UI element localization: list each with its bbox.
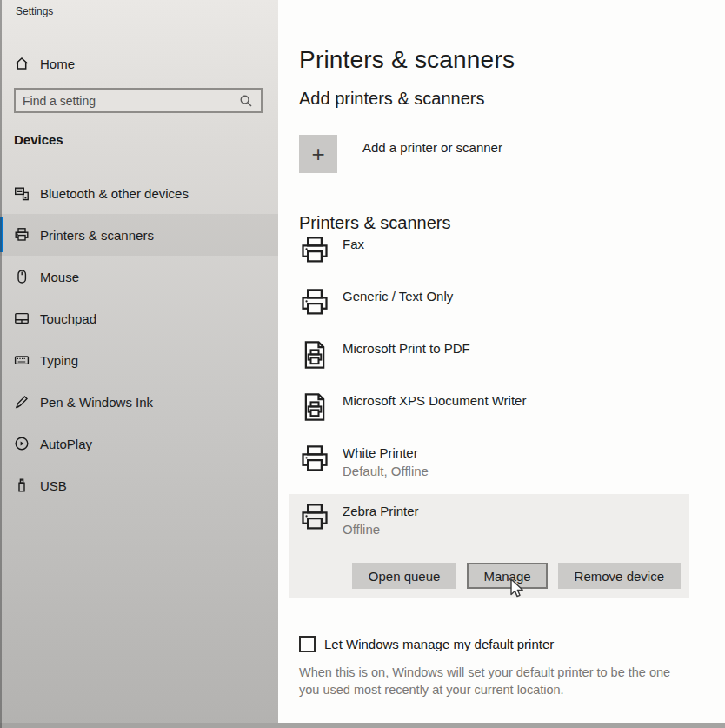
printer-row-microsoft-xps-document-writer[interactable]: Microsoft XPS Document Writer xyxy=(299,391,526,423)
sidebar-item-touchpad[interactable]: Touchpad xyxy=(0,297,278,339)
printer-status: Default, Offline xyxy=(343,464,429,478)
open-queue-button[interactable]: Open queue xyxy=(352,563,457,589)
home-icon xyxy=(14,56,30,71)
manage-button[interactable]: Manage xyxy=(467,563,547,589)
page-title: Printers & scanners xyxy=(299,46,515,74)
sidebar-item-label: Typing xyxy=(40,353,78,368)
sidebar-item-autoplay[interactable]: AutoPlay xyxy=(0,423,278,464)
printer-row-zebra-printer-expanded[interactable]: Zebra Printer Offline Open queue Manage … xyxy=(289,494,689,598)
printer-icon xyxy=(14,227,30,243)
window-bottom-edge xyxy=(0,723,725,728)
sidebar-item-typing[interactable]: Typing xyxy=(0,339,278,381)
printer-action-buttons: Open queue Manage Remove device xyxy=(352,563,681,589)
mouse-icon xyxy=(14,269,30,284)
sidebar-item-home[interactable]: Home xyxy=(0,49,278,78)
printer-icon xyxy=(299,444,330,475)
printer-icon xyxy=(299,287,330,318)
printer-row-white-printer[interactable]: White Printer Default, Offline xyxy=(299,444,429,478)
sidebar-item-mouse[interactable]: Mouse xyxy=(0,256,278,297)
sidebar-item-label: Pen & Windows Ink xyxy=(40,395,153,410)
printer-name: White Printer xyxy=(343,445,429,460)
default-printer-checkbox-label: Let Windows manage my default printer xyxy=(324,637,554,651)
printer-name: Microsoft XPS Document Writer xyxy=(343,393,526,408)
pen-icon xyxy=(14,394,30,410)
add-printers-heading: Add printers & scanners xyxy=(299,89,484,109)
document-printer-icon xyxy=(299,391,330,423)
sidebar-item-label: Home xyxy=(40,57,75,71)
sidebar-item-label: Touchpad xyxy=(40,311,96,326)
printer-icon xyxy=(299,235,330,266)
sidebar-item-printers-scanners[interactable]: Printers & scanners xyxy=(0,214,278,256)
keyboard-icon xyxy=(14,352,30,368)
add-printer-button[interactable]: + Add a printer or scanner xyxy=(299,135,502,173)
sidebar-section-heading: Devices xyxy=(14,132,63,147)
search-icon[interactable] xyxy=(239,94,253,108)
window-left-edge xyxy=(0,0,2,728)
settings-window: Settings Home Devices xyxy=(0,0,725,728)
usb-icon xyxy=(14,478,30,493)
printer-name: Generic / Text Only xyxy=(343,289,453,304)
printer-row-microsoft-print-to-pdf[interactable]: Microsoft Print to PDF xyxy=(299,339,470,371)
window-title: Settings xyxy=(16,5,53,17)
sidebar: Settings Home Devices xyxy=(0,0,278,728)
printer-row-fax[interactable]: Fax xyxy=(299,235,364,266)
touchpad-icon xyxy=(14,311,30,326)
printer-name: Zebra Printer xyxy=(343,504,419,518)
printer-name: Fax xyxy=(343,237,364,251)
sidebar-item-label: AutoPlay xyxy=(40,437,92,451)
default-printer-checkbox[interactable] xyxy=(299,636,316,652)
search-input[interactable] xyxy=(16,94,239,108)
sidebar-item-label: USB xyxy=(40,478,67,493)
devices-icon xyxy=(14,185,30,201)
sidebar-item-label: Mouse xyxy=(40,270,79,284)
main-content: Printers & scanners Add printers & scann… xyxy=(278,0,725,728)
printers-list-heading: Printers & scanners xyxy=(299,213,451,233)
printer-name: Microsoft Print to PDF xyxy=(343,341,470,356)
default-printer-description: When this is on, Windows will set your d… xyxy=(299,664,692,699)
sidebar-item-label: Printers & scanners xyxy=(40,228,154,243)
add-printer-label: Add a printer or scanner xyxy=(362,140,502,173)
printer-icon xyxy=(299,502,330,533)
sidebar-item-bluetooth-other-devices[interactable]: Bluetooth & other devices xyxy=(0,172,278,214)
printer-status: Offline xyxy=(343,522,419,537)
default-printer-checkbox-row[interactable]: Let Windows manage my default printer xyxy=(299,636,554,652)
sidebar-item-pen-windows-ink[interactable]: Pen & Windows Ink xyxy=(0,381,278,423)
plus-icon[interactable]: + xyxy=(299,135,337,173)
sidebar-item-usb[interactable]: USB xyxy=(0,464,278,506)
autoplay-icon xyxy=(14,436,30,451)
sidebar-item-label: Bluetooth & other devices xyxy=(40,186,189,201)
printer-row-zebra-printer[interactable]: Zebra Printer Offline xyxy=(299,502,419,537)
document-printer-icon xyxy=(299,339,330,371)
remove-device-button[interactable]: Remove device xyxy=(558,563,681,589)
printer-row-generic-text-only[interactable]: Generic / Text Only xyxy=(299,287,453,318)
search-box[interactable] xyxy=(14,88,263,113)
